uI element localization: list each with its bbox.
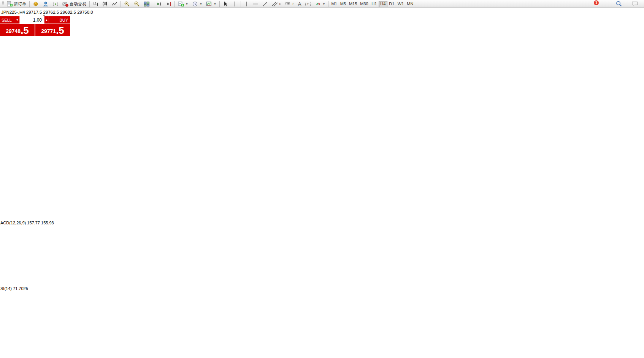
cursor-icon: [223, 1, 228, 7]
zoom-in-icon: [124, 1, 130, 7]
fibo-letter: F: [292, 3, 294, 5]
market-depth-button[interactable]: [31, 0, 41, 7]
line-chart-icon: [112, 1, 117, 7]
trendline-icon: [262, 1, 268, 7]
tab-timeframe-m1[interactable]: M1: [330, 1, 338, 7]
tile-windows-icon: [144, 1, 150, 7]
tab-timeframe-h1[interactable]: H1: [370, 1, 379, 7]
vertical-line-tool-button[interactable]: [242, 0, 251, 7]
bid-fraction: .5: [21, 25, 29, 35]
indicators-icon: [178, 1, 184, 7]
sell-button[interactable]: SELL: [0, 16, 15, 24]
auto-trading-button[interactable]: 自动交易: [60, 0, 88, 7]
line-chart-button[interactable]: [110, 0, 119, 7]
tab-timeframe-h4[interactable]: H4: [379, 1, 387, 7]
ask-price[interactable]: 29771.5: [35, 24, 70, 36]
toolbar-separator: [241, 1, 241, 7]
tab-timeframe-w1[interactable]: W1: [396, 1, 406, 7]
dropdown-arrow: ▼: [200, 3, 202, 5]
text-label-icon: T: [305, 1, 311, 7]
tab-timeframe-mn[interactable]: MN: [405, 1, 415, 7]
fibonacci-tool-button[interactable]: F: [283, 0, 296, 7]
toolbar-separator: [174, 1, 175, 7]
notification-badge[interactable]: 1: [593, 0, 599, 6]
auto-trading-label: 自动交易: [70, 1, 86, 7]
crosshair-icon: [232, 1, 238, 7]
cursor-tool-button[interactable]: [221, 0, 230, 7]
svg-text:T: T: [307, 2, 309, 6]
toolbar-separator: [153, 1, 153, 7]
periods-button[interactable]: ▼: [190, 0, 204, 7]
crosshair-tool-button[interactable]: [230, 0, 240, 7]
tab-timeframe-m5[interactable]: M5: [339, 1, 347, 7]
text-tool-button[interactable]: A: [296, 0, 303, 7]
tab-timeframe-m30[interactable]: M30: [358, 1, 370, 7]
toolbar-separator: [328, 1, 328, 7]
yellow-box-icon: [33, 1, 39, 7]
indicators-button[interactable]: ▼: [176, 0, 190, 7]
clock-icon: [192, 1, 198, 7]
template-icon: [206, 1, 212, 7]
tab-timeframe-m15[interactable]: M15: [347, 1, 358, 7]
zoom-in-button[interactable]: [122, 0, 132, 7]
auto-scroll-button[interactable]: [154, 0, 164, 7]
ask-fraction: .5: [56, 25, 64, 35]
new-order-icon: [7, 1, 13, 7]
toolbar-grip[interactable]: [2, 1, 4, 6]
candlestick-chart-icon: [102, 1, 108, 7]
bid-main: 29748: [6, 27, 21, 35]
broadcast-icon: [52, 1, 59, 7]
person-icon: [43, 1, 49, 7]
zoom-out-button[interactable]: [132, 0, 142, 7]
equidistant-channel-icon: [272, 1, 278, 7]
fibonacci-icon: [285, 1, 291, 7]
arrow-objects-icon: [315, 1, 321, 7]
chart-shift-icon: [166, 1, 171, 7]
bar-chart-button[interactable]: [91, 0, 100, 7]
trendline-tool-button[interactable]: [260, 0, 270, 7]
volume-increase-stepper[interactable]: ▲: [44, 16, 49, 24]
bar-chart-icon: [93, 1, 98, 7]
horizontal-line-icon: [252, 1, 259, 7]
chart-shift-button[interactable]: [164, 0, 173, 7]
new-order-button[interactable]: 新订单: [5, 0, 28, 7]
community-button[interactable]: [41, 0, 51, 7]
text-tool-icon: A: [298, 1, 301, 7]
zoom-out-icon: [134, 1, 140, 7]
volume-decrease-stepper[interactable]: ▼: [15, 16, 20, 24]
horizontal-line-tool-button[interactable]: [251, 0, 260, 7]
vertical-line-icon: [244, 1, 249, 7]
toolbar-separator: [121, 1, 121, 7]
buy-button[interactable]: BUY: [49, 16, 70, 24]
toolbar-separator: [219, 1, 220, 7]
templates-button[interactable]: ▼: [204, 0, 218, 7]
chart-canvas[interactable]: [0, 0, 644, 358]
bid-price[interactable]: 29748.5: [0, 24, 35, 36]
one-click-trading-panel: SELL ▼ ▲ BUY 29748.5 29771.5: [0, 16, 70, 36]
text-label-tool-button[interactable]: T: [303, 0, 313, 7]
auto-trading-icon: [62, 1, 68, 7]
auto-scroll-icon: [156, 1, 162, 7]
dropdown-arrow: ▼: [186, 3, 188, 5]
dropdown-arrow: ▼: [322, 3, 325, 5]
toolbar-separator: [89, 1, 90, 7]
search-button[interactable]: [614, 0, 624, 7]
new-order-label: 新订单: [14, 1, 26, 7]
ask-main: 29771: [41, 27, 56, 35]
notifications-button[interactable]: [630, 0, 641, 7]
toolbar-separator: [29, 1, 30, 7]
volume-input[interactable]: [20, 16, 44, 24]
tile-windows-button[interactable]: [142, 0, 152, 7]
channel-letter: E: [279, 3, 281, 5]
search-icon: [615, 1, 622, 7]
chat-bubble-icon: [631, 1, 639, 7]
tab-timeframe-d1[interactable]: D1: [387, 1, 396, 7]
candlestick-chart-button[interactable]: [100, 0, 110, 7]
signals-button[interactable]: [51, 0, 60, 7]
channel-tool-button[interactable]: E: [270, 0, 283, 7]
main-toolbar: 新订单 自动交易 ▼ ▼ ▼ E F A T ▼ M1 M5 M15 M30 H…: [0, 0, 644, 8]
dropdown-arrow: ▼: [214, 3, 216, 5]
arrows-tool-button[interactable]: ▼: [313, 0, 327, 7]
